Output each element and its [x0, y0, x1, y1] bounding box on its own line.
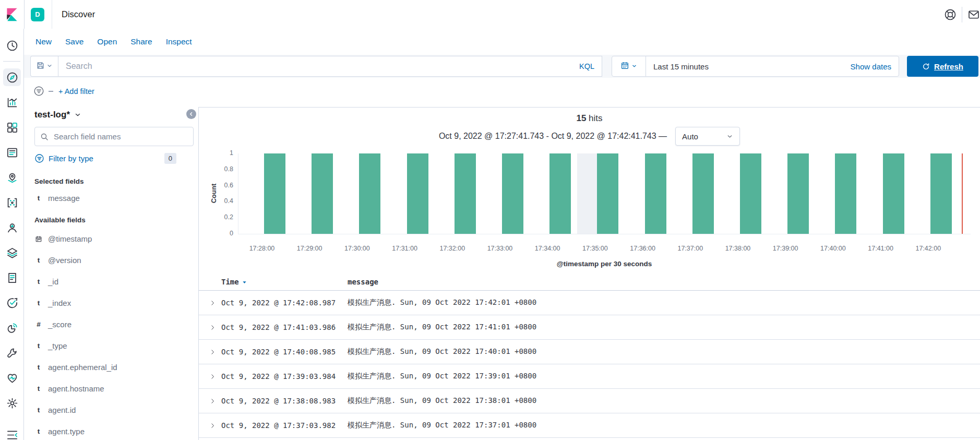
field-item-_type[interactable]: t_type: [34, 335, 198, 356]
clock-icon: [6, 40, 18, 52]
field-name: @version: [48, 256, 81, 265]
field-name: _type: [48, 341, 67, 350]
histogram-bar[interactable]: [930, 153, 952, 234]
expand-row-button[interactable]: [209, 324, 218, 331]
table-row: Oct 9, 2022 @ 17:40:08.985模拟生产消息. Sun, 0…: [199, 340, 980, 364]
menu-link-open[interactable]: Open: [97, 37, 117, 46]
gear-icon: [6, 397, 18, 409]
histogram-bar[interactable]: [835, 153, 856, 234]
histogram-bar[interactable]: [455, 153, 476, 234]
string-field-icon: t: [34, 363, 43, 371]
table-row: Oct 9, 2022 @ 17:42:08.987模拟生产消息. Sun, 0…: [199, 291, 980, 315]
field-item-agent.type[interactable]: tagent.type: [34, 421, 198, 440]
app-nav-item-uptime[interactable]: [0, 290, 24, 315]
app-nav-item-machine-learning[interactable]: [0, 190, 24, 215]
interval-select[interactable]: Auto: [675, 127, 740, 146]
page-title: Discover: [62, 9, 95, 19]
kql-button[interactable]: KQL: [579, 62, 602, 70]
string-field-icon: t: [34, 278, 43, 286]
app-nav-item-metrics[interactable]: [0, 240, 24, 265]
y-tick-label: 0: [211, 230, 233, 237]
canvas-icon: [6, 147, 18, 159]
histogram-bar[interactable]: [787, 153, 809, 234]
expand-row-button[interactable]: [209, 422, 218, 429]
documents-table: Time message Oct 9, 2022 @ 17:42:08.987模…: [199, 273, 980, 438]
histogram-bar[interactable]: [740, 153, 761, 234]
refresh-label: Refresh: [934, 62, 963, 71]
histogram-bar[interactable]: [407, 153, 428, 234]
app-nav-item-discover[interactable]: [0, 65, 24, 90]
histogram-bar[interactable]: [264, 153, 285, 234]
filter-count-badge: 0: [164, 153, 176, 164]
histogram-bar[interactable]: [502, 153, 523, 234]
add-filter-button[interactable]: + Add filter: [58, 87, 94, 96]
app-nav-item-dev-tools[interactable]: [0, 340, 24, 365]
histogram-bar[interactable]: [692, 153, 714, 234]
histogram-bar[interactable]: [549, 153, 571, 234]
refresh-button[interactable]: Refresh: [907, 56, 978, 77]
field-name: _index: [48, 299, 71, 307]
expand-row-button[interactable]: [209, 398, 218, 405]
cell-time: Oct 9, 2022 @ 17:40:08.985: [221, 348, 344, 356]
app-nav-item-maps[interactable]: [0, 165, 24, 190]
x-tick-label: 17:42:00: [910, 245, 947, 252]
menu-link-share[interactable]: Share: [130, 37, 152, 46]
histogram-bar[interactable]: [597, 153, 618, 234]
expand-row-button[interactable]: [209, 300, 218, 306]
collapse-sidebar-button[interactable]: [186, 109, 196, 119]
mail-icon[interactable]: [962, 8, 980, 21]
dashboard-icon: [6, 122, 18, 134]
filter-by-type[interactable]: Filter by type 0: [34, 153, 176, 164]
app-nav-item-apm[interactable]: [0, 315, 24, 340]
kibana-logo[interactable]: [0, 0, 25, 29]
maps-icon: [6, 172, 18, 184]
app-nav-item-logs[interactable]: [0, 265, 24, 290]
app-nav-item-stack-monitoring[interactable]: [0, 365, 24, 390]
histogram-bar[interactable]: [359, 153, 380, 234]
filter-icon[interactable]: [33, 86, 44, 97]
index-pattern-select[interactable]: test-log*: [34, 110, 198, 120]
menu-link-save[interactable]: Save: [65, 37, 83, 46]
save-icon: [36, 61, 45, 72]
expand-row-button[interactable]: [209, 373, 218, 380]
help-icon[interactable]: [939, 8, 962, 21]
app-nav-item-canvas[interactable]: [0, 140, 24, 165]
menu-link-inspect[interactable]: Inspect: [166, 37, 192, 46]
search-input[interactable]: [58, 61, 579, 72]
field-item-_id[interactable]: t_id: [34, 271, 198, 292]
expand-row-button[interactable]: [209, 349, 218, 355]
app-nav-item-dashboard[interactable]: [0, 115, 24, 140]
time-range-value[interactable]: Last 15 minutes: [646, 62, 709, 71]
compass-icon: [6, 72, 18, 84]
saved-query-button[interactable]: [30, 56, 58, 77]
app-nav-item-management[interactable]: [0, 390, 24, 415]
filter-dash: [49, 91, 53, 92]
histogram-bar[interactable]: [312, 153, 333, 234]
field-item-message[interactable]: tmessage: [34, 187, 198, 209]
histogram-bar[interactable]: [645, 153, 666, 234]
field-item-_score[interactable]: #_score: [34, 314, 198, 335]
field-item-_index[interactable]: t_index: [34, 292, 198, 314]
calendar-button[interactable]: [612, 56, 646, 76]
refresh-icon: [922, 63, 930, 70]
field-search-input[interactable]: [53, 132, 188, 141]
app-nav-item-collapse[interactable]: [0, 422, 24, 440]
x-tick-label: 17:34:00: [529, 245, 566, 252]
field-item-@timestamp[interactable]: @timestamp: [34, 228, 198, 249]
cell-time: Oct 9, 2022 @ 17:38:08.983: [221, 397, 344, 405]
cell-message: 模拟生产消息. Sun, 09 Oct 2022 17:39:01 +0800: [348, 372, 536, 381]
field-item-agent.hostname[interactable]: tagent.hostname: [34, 378, 198, 399]
column-header-time[interactable]: Time: [221, 278, 348, 286]
app-nav-item-graph[interactable]: [0, 215, 24, 240]
app-nav-item-visualize[interactable]: [0, 90, 24, 115]
field-item-agent.ephemeral_id[interactable]: tagent.ephemeral_id: [34, 356, 198, 378]
x-tick-label: 17:38:00: [720, 245, 756, 252]
field-name: @timestamp: [48, 234, 92, 243]
field-item-agent.id[interactable]: tagent.id: [34, 399, 198, 421]
field-item-@version[interactable]: t@version: [34, 249, 198, 271]
menu-link-new[interactable]: New: [35, 37, 52, 46]
app-nav-item-recently-viewed[interactable]: [0, 33, 24, 58]
show-dates-button[interactable]: Show dates: [851, 62, 899, 71]
histogram-bar[interactable]: [883, 153, 904, 234]
column-header-message[interactable]: message: [348, 278, 378, 286]
